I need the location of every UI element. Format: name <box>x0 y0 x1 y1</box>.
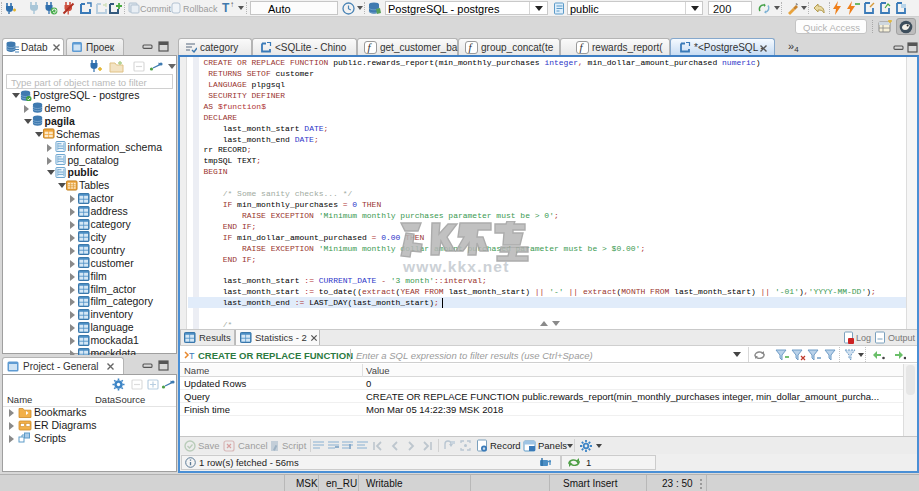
svg-text:T: T <box>189 351 195 361</box>
svg-text:www.kkx.net: www.kkx.net <box>402 258 510 275</box>
